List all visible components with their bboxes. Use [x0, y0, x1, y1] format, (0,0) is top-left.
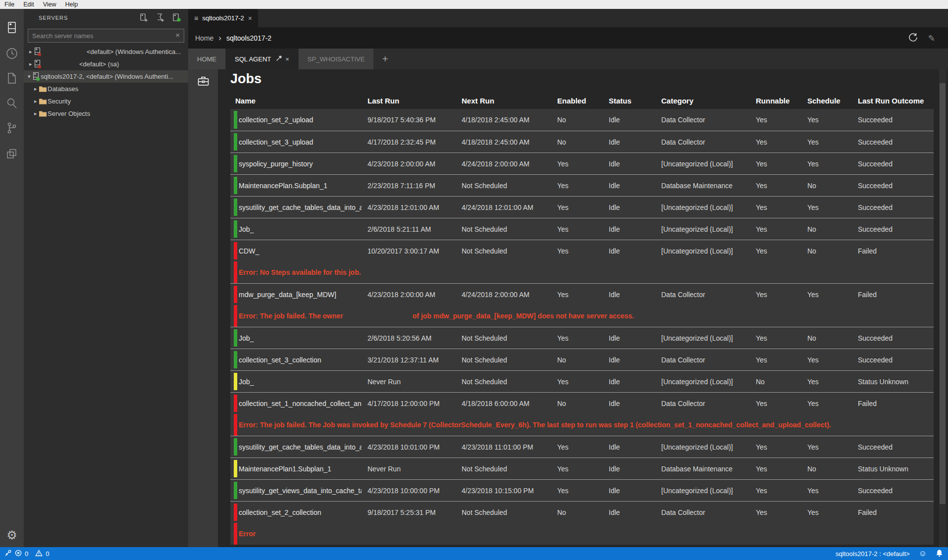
job-cell: 4/24/2018 12:01:00 AM — [456, 197, 551, 218]
connect-icon[interactable] — [4, 549, 12, 559]
column-header[interactable]: Status — [603, 93, 655, 109]
job-error-row[interactable]: Error: No Steps available for this job. — [230, 261, 934, 283]
job-row[interactable]: Job_2/6/2018 5:21:11 AMNot ScheduledYesI… — [230, 218, 934, 240]
breadcrumb-home[interactable]: Home — [195, 34, 213, 42]
job-status-bar-red — [234, 242, 237, 259]
column-header[interactable]: Runnable — [750, 93, 801, 109]
extensions-icon[interactable] — [0, 142, 24, 165]
job-row[interactable]: sysutility_get_cache_tables_data_into_ag… — [230, 196, 934, 218]
tree-item[interactable]: ▸Databases — [24, 83, 188, 95]
column-header[interactable]: Enabled — [551, 93, 603, 109]
breadcrumb-current[interactable]: sqltools2017-2 — [226, 34, 271, 42]
job-name-cell: collection_set_3_collection — [230, 349, 362, 370]
warnings-icon[interactable] — [35, 550, 43, 558]
menu-view[interactable]: View — [39, 1, 61, 8]
job-cell: 4/18/2018 2:45:00 AM — [456, 109, 551, 131]
connections-icon[interactable] — [0, 16, 24, 40]
active-connections-icon[interactable] — [172, 13, 181, 24]
new-connection-icon[interactable] — [140, 13, 148, 24]
job-cell: Yes — [801, 131, 852, 153]
job-cell: Yes — [801, 349, 852, 370]
chevron-right-icon[interactable]: ▸ — [29, 46, 32, 58]
errors-icon[interactable] — [15, 550, 22, 558]
column-header[interactable]: Schedule — [801, 93, 852, 109]
job-cell: Never Run — [362, 371, 456, 392]
tree-item-label: Databases — [48, 83, 78, 95]
refresh-icon[interactable] — [908, 32, 918, 45]
tree-item[interactable]: ▸Security — [24, 95, 188, 107]
job-cell: Yes — [750, 218, 801, 240]
vertical-scrollbar[interactable] — [939, 69, 946, 547]
job-cell: Yes — [551, 175, 603, 196]
job-row[interactable]: MaintenancePlan1.Subplan_1Never RunNot S… — [230, 458, 934, 479]
feedback-smiley-icon[interactable]: ☺ — [919, 550, 927, 558]
tab-sp-whoisactive[interactable]: SP_WHOISACTIVE — [299, 49, 374, 69]
jobs-briefcase-icon[interactable] — [198, 76, 209, 88]
job-row[interactable]: collection_set_2_collection9/18/2017 5:2… — [230, 501, 934, 523]
chevron-right-icon: › — [218, 33, 221, 43]
job-row[interactable]: Job_Never RunNot ScheduledYesIdle[Uncate… — [230, 370, 934, 392]
job-row[interactable]: Job_2/6/2018 5:20:56 AMNot ScheduledYesI… — [230, 327, 934, 349]
job-cell: Idle — [603, 349, 655, 370]
editor-tab[interactable]: ≡ sqltools2017-2 × — [188, 9, 258, 27]
new-tab-button[interactable]: + — [374, 49, 396, 69]
job-cell: 4/23/2018 10:01:00 PM — [362, 436, 456, 458]
column-header[interactable]: Next Run — [456, 93, 551, 109]
connection-status[interactable]: sqltools2017-2 : <default> — [836, 550, 910, 558]
job-name: sysutility_get_cache_tables_data_into_ag… — [239, 443, 362, 451]
chevron-right-icon[interactable]: ▸ — [34, 107, 37, 120]
close-icon[interactable]: × — [285, 55, 289, 63]
edit-pencil-icon[interactable]: ✎ — [928, 33, 935, 44]
clear-search-icon[interactable]: × — [175, 31, 180, 39]
chevron-right-icon[interactable]: ▸ — [29, 58, 32, 70]
job-row[interactable]: syspolicy_purge_history4/23/2018 2:00:00… — [230, 153, 934, 174]
tab-home[interactable]: HOME — [188, 49, 225, 69]
job-cell: Succeeded — [852, 436, 934, 458]
search-input[interactable] — [32, 29, 171, 42]
job-row[interactable]: sysutility_get_views_data_into_cache_tab… — [230, 479, 934, 501]
explorer-icon[interactable] — [0, 66, 24, 90]
source-control-icon[interactable] — [0, 116, 24, 140]
job-cell: Yes — [750, 153, 801, 174]
menu-help[interactable]: Help — [61, 1, 83, 8]
job-row[interactable]: collection_set_3_upload4/17/2018 2:32:45… — [230, 131, 934, 153]
job-row[interactable]: collection_set_2_upload9/18/2017 5:40:36… — [230, 109, 934, 131]
menu-bar: File Edit View Help — [0, 0, 948, 9]
menu-file[interactable]: File — [0, 1, 19, 8]
job-row[interactable]: collection_set_3_collection3/21/2018 12:… — [230, 349, 934, 370]
job-row[interactable]: CDW_10/20/2017 3:00:17 AMNot ScheduledYe… — [230, 240, 934, 261]
tree-item[interactable]: ▸Server Objects — [24, 107, 188, 120]
tree-item[interactable]: ▾sqltools2017-2, <default> (Windows Auth… — [24, 70, 188, 83]
job-error-row[interactable]: Error: The job failed. The Job was invok… — [230, 414, 934, 436]
job-name: collection_set_3_upload — [239, 138, 313, 146]
folder-icon — [39, 97, 47, 107]
job-error-row[interactable]: Error: The job failed. The ownerof job m… — [230, 305, 934, 327]
column-header[interactable]: Category — [655, 93, 750, 109]
job-status-bar-green — [234, 111, 237, 129]
column-header[interactable]: Name — [230, 93, 362, 109]
gear-icon[interactable]: ⚙ — [0, 528, 24, 542]
job-error-row[interactable]: Error — [230, 523, 934, 545]
tree-item[interactable]: ▸<default> (Windows Authentica... — [24, 46, 188, 58]
job-row[interactable]: MaintenancePlan.Subplan_12/23/2018 7:11:… — [230, 174, 934, 196]
job-row[interactable]: collection_set_1_noncached_collect_and_u… — [230, 392, 934, 414]
pin-icon[interactable] — [276, 55, 282, 63]
scrollbar-thumb[interactable] — [940, 83, 946, 504]
column-header[interactable]: Last Run — [362, 93, 456, 109]
task-history-icon[interactable] — [0, 42, 24, 65]
notifications-bell-icon[interactable] — [936, 549, 943, 559]
job-cell: Yes — [750, 284, 801, 305]
tree-item[interactable]: ▸<default> (sa) — [24, 58, 188, 70]
close-icon[interactable]: × — [248, 14, 252, 22]
job-row[interactable]: mdw_purge_data_[keep_MDW]4/23/2018 2:00:… — [230, 283, 934, 305]
job-cell: Yes — [750, 349, 801, 370]
job-row[interactable]: sysutility_get_cache_tables_data_into_ag… — [230, 436, 934, 458]
chevron-down-icon[interactable]: ▾ — [28, 70, 31, 83]
chevron-right-icon[interactable]: ▸ — [34, 95, 37, 107]
chevron-right-icon[interactable]: ▸ — [34, 83, 37, 95]
menu-edit[interactable]: Edit — [19, 1, 39, 8]
new-server-group-icon[interactable] — [156, 13, 164, 24]
search-icon[interactable] — [0, 92, 24, 115]
tab-sql-agent[interactable]: SQL AGENT × — [226, 49, 298, 69]
column-header[interactable]: Last Run Outcome — [852, 93, 934, 109]
